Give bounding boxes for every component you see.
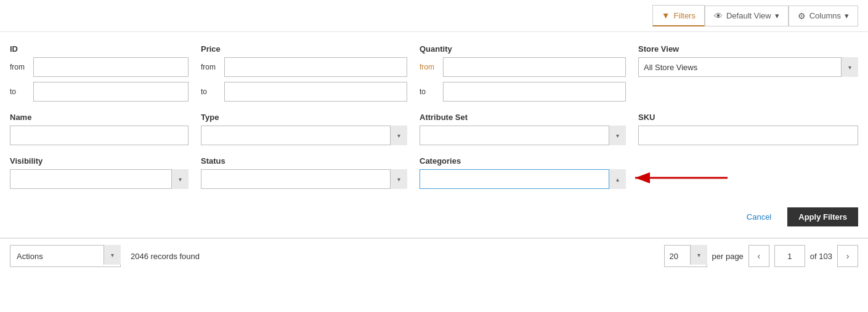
columns-chevron-icon: ▾ — [845, 11, 849, 20]
price-from-row: from — [201, 57, 407, 77]
quantity-from-input[interactable] — [443, 57, 626, 77]
visibility-label: Visibility — [10, 156, 189, 166]
visibility-select-wrapper: Not Visible Individually Catalog Search … — [10, 169, 189, 189]
status-select[interactable]: Enabled Disabled — [201, 169, 407, 189]
actions-select[interactable]: Actions Delete Change Status — [10, 245, 121, 267]
per-page-select[interactable]: 20 30 50 100 200 — [664, 245, 707, 267]
status-filter-group: Status Enabled Disabled ▾ — [201, 156, 420, 189]
default-view-label: Default View — [726, 11, 771, 20]
id-to-row: to — [10, 82, 189, 102]
id-from-to: from to — [10, 57, 189, 102]
toolbar: ▼ Filters 👁 Default View ▾ ⚙ Columns ▾ — [0, 0, 868, 32]
categories-select-wrapper: ▴ — [420, 169, 626, 189]
sku-label: SKU — [638, 113, 858, 122]
type-select[interactable]: Simple Product Configurable Product Bund… — [201, 126, 407, 145]
quantity-from-row: from — [420, 57, 626, 77]
columns-label: Columns — [809, 11, 841, 20]
id-to-label: to — [10, 87, 28, 96]
price-from-input[interactable] — [224, 57, 407, 77]
price-to-label: to — [201, 87, 219, 96]
quantity-label: Quantity — [420, 44, 626, 54]
attribute-set-select[interactable]: Default — [420, 126, 626, 145]
quantity-from-label: from — [420, 63, 438, 71]
visibility-select[interactable]: Not Visible Individually Catalog Search … — [10, 169, 189, 189]
per-page-label: per page — [712, 252, 744, 261]
price-from-label: from — [201, 63, 219, 71]
filter-actions: Cancel Apply Filters — [10, 200, 858, 231]
filter-row-2: Name Type Simple Product Configurable Pr… — [10, 113, 858, 145]
id-filter-group: ID from to — [10, 44, 201, 102]
page-prev-button[interactable]: ‹ — [748, 245, 769, 267]
id-from-label: from — [10, 63, 28, 71]
store-view-select[interactable]: All Store Views Default Store View — [638, 57, 858, 77]
default-view-button[interactable]: 👁 Default View ▾ — [705, 6, 789, 26]
page-of-label: of 103 — [810, 252, 832, 261]
actions-select-wrapper: Actions Delete Change Status ▾ — [10, 245, 121, 267]
per-page-select-wrapper: 20 30 50 100 200 ▾ — [664, 245, 707, 267]
status-select-wrapper: Enabled Disabled ▾ — [201, 169, 407, 189]
sku-input[interactable] — [638, 126, 858, 145]
filter-row-1: ID from to Price from — [10, 44, 858, 102]
type-select-wrapper: Simple Product Configurable Product Bund… — [201, 126, 407, 145]
price-from-to: from to — [201, 57, 407, 102]
categories-label: Categories — [420, 156, 626, 166]
categories-input[interactable] — [420, 169, 626, 189]
type-filter-group: Type Simple Product Configurable Product… — [201, 113, 420, 145]
filters-panel: ID from to Price from — [0, 32, 868, 238]
attribute-set-label: Attribute Set — [420, 113, 626, 122]
filter-row-3: Visibility Not Visible Individually Cata… — [10, 156, 858, 189]
gear-icon: ⚙ — [798, 11, 806, 21]
visibility-filter-group: Visibility Not Visible Individually Cata… — [10, 156, 201, 189]
attribute-set-filter-group: Attribute Set Default ▾ — [420, 113, 638, 145]
default-view-chevron-icon: ▾ — [775, 11, 779, 20]
store-view-filter-group: Store View All Store Views Default Store… — [638, 44, 858, 77]
red-arrow-annotation — [617, 166, 740, 190]
id-from-row: from — [10, 57, 189, 77]
quantity-from-to: from to — [420, 57, 626, 102]
name-input[interactable] — [10, 126, 189, 145]
name-filter-group: Name — [10, 113, 201, 145]
attribute-set-select-wrapper: Default ▾ — [420, 126, 626, 145]
quantity-to-label: to — [420, 87, 438, 96]
columns-button[interactable]: ⚙ Columns ▾ — [789, 6, 858, 26]
page-next-button[interactable]: › — [837, 245, 858, 267]
quantity-to-input[interactable] — [443, 82, 626, 102]
name-label: Name — [10, 113, 189, 122]
cancel-button[interactable]: Cancel — [740, 209, 777, 225]
filters-button[interactable]: ▼ Filters — [652, 5, 705, 26]
store-view-select-wrapper: All Store Views Default Store View ▾ — [638, 57, 858, 77]
type-label: Type — [201, 113, 407, 122]
apply-filters-button[interactable]: Apply Filters — [787, 207, 858, 226]
eye-icon: 👁 — [714, 11, 723, 21]
status-label: Status — [201, 156, 407, 166]
filter-icon: ▼ — [662, 10, 670, 20]
page-input[interactable] — [774, 245, 805, 267]
id-from-input[interactable] — [33, 57, 189, 77]
records-count: 2046 records found — [131, 252, 654, 261]
bottom-bar: Actions Delete Change Status ▾ 2046 reco… — [0, 239, 868, 273]
id-label: ID — [10, 44, 189, 54]
quantity-to-row: to — [420, 82, 626, 102]
price-label: Price — [201, 44, 407, 54]
pagination: 20 30 50 100 200 ▾ per page ‹ of 103 › — [664, 245, 858, 267]
filters-label: Filters — [674, 11, 696, 20]
price-to-input[interactable] — [224, 82, 407, 102]
price-to-row: to — [201, 82, 407, 102]
id-to-input[interactable] — [33, 82, 189, 102]
quantity-filter-group: Quantity from to — [420, 44, 638, 102]
price-filter-group: Price from to — [201, 44, 420, 102]
sku-filter-group: SKU — [638, 113, 858, 145]
categories-filter-group: Categories ▴ — [420, 156, 638, 189]
store-view-label: Store View — [638, 44, 858, 54]
